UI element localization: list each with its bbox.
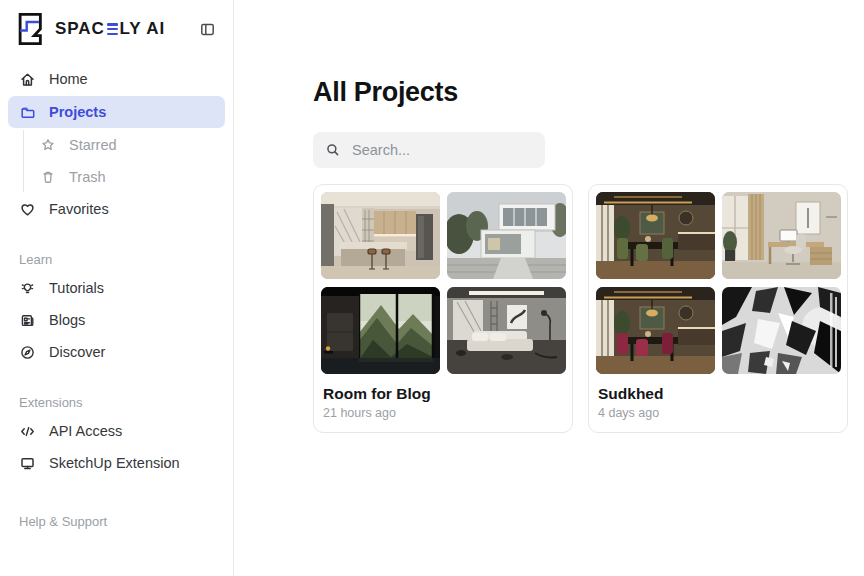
section-label-learn: Learn xyxy=(8,252,225,267)
sidebar-item-api-access[interactable]: API Access xyxy=(8,416,225,446)
project-thumbnail xyxy=(596,287,715,374)
sidebar-item-label: Blogs xyxy=(49,312,85,328)
project-thumbnail xyxy=(321,192,440,279)
brand-prefix: SPAC xyxy=(55,19,105,39)
sidebar-item-label: Discover xyxy=(49,344,105,360)
projects-subgroup: Starred Trash xyxy=(23,130,225,192)
thumbnail-grid xyxy=(596,192,840,374)
main-content: All Projects xyxy=(234,0,864,576)
stylized-e-icon xyxy=(107,23,118,35)
sidebar-item-tutorials[interactable]: Tutorials xyxy=(8,273,225,303)
newspaper-icon xyxy=(19,312,36,329)
project-thumbnail xyxy=(722,287,841,374)
star-icon xyxy=(40,137,56,153)
sidebar: SPACLY AI Home xyxy=(0,0,234,576)
sidebar-nav: Home Projects xyxy=(0,56,233,576)
search-icon xyxy=(325,142,341,158)
project-timestamp: 21 hours ago xyxy=(323,406,563,420)
search-input[interactable] xyxy=(350,141,533,159)
project-grid: Room for Blog 21 hours ago xyxy=(313,184,848,433)
project-card[interactable]: Room for Blog 21 hours ago xyxy=(313,184,573,433)
project-thumbnail xyxy=(447,192,566,279)
sidebar-item-label: Trash xyxy=(69,169,106,185)
section-label-help-support[interactable]: Help & Support xyxy=(8,514,225,529)
sidebar-item-blogs[interactable]: Blogs xyxy=(8,305,225,335)
section-label-extensions: Extensions xyxy=(8,395,225,410)
sidebar-item-favorites[interactable]: Favorites xyxy=(8,194,225,224)
project-thumbnail xyxy=(447,287,566,374)
project-timestamp: 4 days ago xyxy=(598,406,838,420)
compass-icon xyxy=(19,344,36,361)
project-card[interactable]: Sudkhed 4 days ago xyxy=(588,184,848,433)
sidebar-item-label: Favorites xyxy=(49,201,109,217)
brand-suffix: LY AI xyxy=(120,19,165,39)
project-title: Sudkhed xyxy=(598,385,838,403)
sidebar-item-label: SketchUp Extension xyxy=(49,455,180,471)
sidebar-item-label: Projects xyxy=(49,104,106,120)
sidebar-item-sketchup-extension[interactable]: SketchUp Extension xyxy=(8,448,225,478)
code-icon xyxy=(19,423,36,440)
project-thumbnail xyxy=(722,192,841,279)
app-window: SPACLY AI Home xyxy=(0,0,864,576)
sidebar-item-trash[interactable]: Trash xyxy=(29,162,225,192)
sidebar-item-projects[interactable]: Projects xyxy=(8,96,225,128)
sidebar-item-label: API Access xyxy=(49,423,122,439)
trash-icon xyxy=(40,169,56,185)
sidebar-item-label: Tutorials xyxy=(49,280,104,296)
spacely-logo-icon xyxy=(14,11,46,47)
thumbnail-grid xyxy=(321,192,565,374)
sidebar-item-label: Home xyxy=(49,71,88,87)
sidebar-item-home[interactable]: Home xyxy=(8,64,225,94)
monitor-icon xyxy=(19,455,36,472)
home-icon xyxy=(19,71,36,88)
project-title: Room for Blog xyxy=(323,385,563,403)
sidebar-item-starred[interactable]: Starred xyxy=(29,130,225,160)
project-thumbnail xyxy=(321,287,440,374)
brand-header: SPACLY AI xyxy=(0,0,233,56)
search-box[interactable] xyxy=(313,132,545,168)
lightbulb-icon xyxy=(19,280,36,297)
sidebar-collapse-icon[interactable] xyxy=(197,19,218,40)
sidebar-item-label: Starred xyxy=(69,137,117,153)
brand-name: SPACLY AI xyxy=(55,19,165,39)
page-title: All Projects xyxy=(313,77,848,108)
folder-icon xyxy=(19,104,36,121)
sidebar-item-discover[interactable]: Discover xyxy=(8,337,225,367)
heart-icon xyxy=(19,201,36,218)
project-thumbnail xyxy=(596,192,715,279)
